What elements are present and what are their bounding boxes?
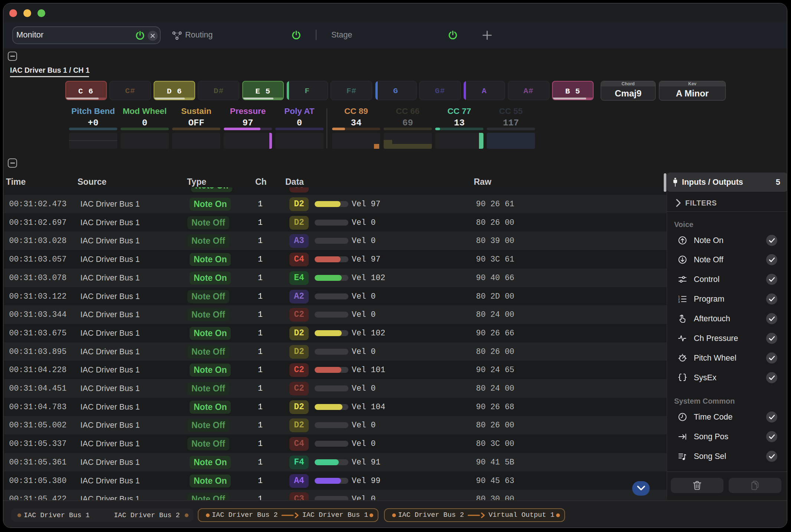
svg-text:3: 3 [678,301,680,303]
